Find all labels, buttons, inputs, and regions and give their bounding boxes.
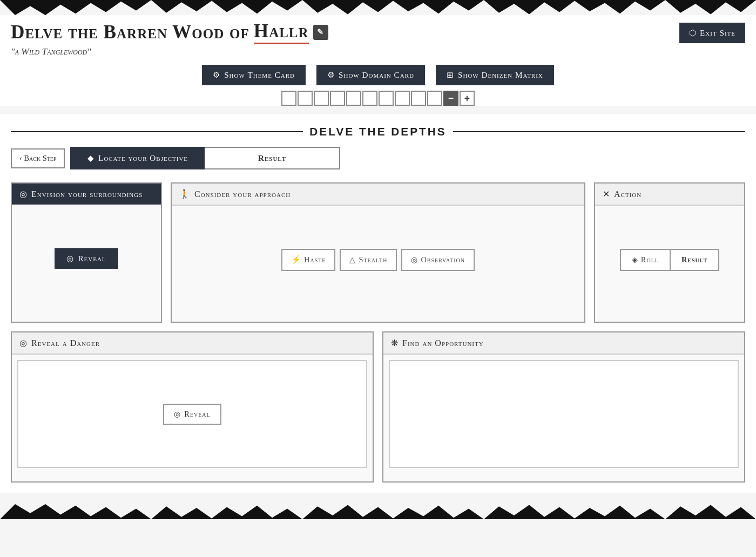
opportunity-card-body bbox=[389, 360, 739, 468]
show-domain-card-button[interactable]: ⚙ Show Domain Card bbox=[316, 65, 425, 85]
title-block: Delve the Barren Wood of Hallr ✎ "a Wild… bbox=[11, 21, 679, 57]
subtitle: "a Wild Tanglewood" bbox=[11, 46, 679, 57]
envision-card-body: ◎ Reveal bbox=[12, 205, 161, 313]
exit-site-button[interactable]: ⬡ Exit Site bbox=[679, 23, 745, 43]
danger-reveal-button[interactable]: ◎ Reveal bbox=[163, 404, 221, 425]
roll-icon: ◈ bbox=[632, 255, 638, 264]
opportunity-card-header: ❋ Find an Opportunity bbox=[383, 332, 744, 355]
exit-icon: ⬡ bbox=[689, 28, 697, 38]
bottom-drip-decoration bbox=[0, 504, 756, 519]
title-line-left bbox=[11, 131, 303, 132]
action-card: ✕ Action ◈ Roll Result bbox=[594, 182, 745, 323]
tab-active-icon: ◆ bbox=[87, 153, 94, 163]
approach-buttons: ⚡ Haste △ Stealth ◎ Observation bbox=[281, 249, 475, 271]
domain-icon: ⚙ bbox=[327, 70, 335, 80]
envision-card-header: ◎ Envision your surroundings bbox=[12, 184, 161, 205]
approach-card-body: ⚡ Haste △ Stealth ◎ Observation bbox=[172, 206, 584, 314]
haste-label: Haste bbox=[304, 255, 326, 264]
section-title: Delve the Depths bbox=[309, 125, 446, 138]
approach-card: 🚶 Consider your approach ⚡ Haste △ Steal… bbox=[171, 182, 585, 323]
progress-box-4 bbox=[330, 91, 345, 106]
approach-header-label: Consider your approach bbox=[194, 189, 291, 199]
tab-active-label: Locate your Objective bbox=[98, 153, 188, 163]
envision-header-icon: ◎ bbox=[19, 189, 28, 199]
action-card-body: ◈ Roll Result bbox=[595, 206, 744, 314]
opportunity-card: ❋ Find an Opportunity bbox=[382, 331, 745, 483]
haste-icon: ⚡ bbox=[291, 255, 301, 264]
top-cards-grid: ◎ Envision your surroundings ◎ Reveal 🚶 … bbox=[11, 182, 745, 323]
envision-header-label: Envision your surroundings bbox=[31, 189, 143, 199]
header-area: Delve the Barren Wood of Hallr ✎ "a Wild… bbox=[0, 15, 756, 106]
opportunity-header-label: Find an Opportunity bbox=[402, 338, 484, 348]
opportunity-header-icon: ❋ bbox=[391, 338, 399, 348]
danger-header-label: Reveal a Danger bbox=[31, 338, 100, 348]
approach-card-header: 🚶 Consider your approach bbox=[172, 184, 584, 206]
envision-reveal-button[interactable]: ◎ Reveal bbox=[55, 248, 118, 269]
denizen-icon: ⊞ bbox=[447, 70, 454, 80]
show-denizen-matrix-button[interactable]: ⊞ Show Denizen Matrix bbox=[436, 65, 554, 85]
action-header-label: Action bbox=[614, 189, 642, 199]
section-title-bar: Delve the Depths bbox=[11, 114, 745, 147]
title-highlight: Hallr bbox=[254, 21, 309, 44]
top-drip-decoration bbox=[0, 0, 756, 15]
show-theme-card-button[interactable]: ⚙ Show Theme Card bbox=[202, 65, 306, 85]
header-top: Delve the Barren Wood of Hallr ✎ "a Wild… bbox=[11, 21, 745, 57]
tab-group: ◆ Locate your Objective Result bbox=[70, 147, 340, 169]
main-title: Delve the Barren Wood of Hallr ✎ bbox=[11, 21, 679, 44]
action-result-button[interactable]: Result bbox=[671, 249, 719, 271]
exit-label: Exit Site bbox=[700, 28, 735, 38]
stealth-label: Stealth bbox=[359, 255, 387, 264]
action-header-icon: ✕ bbox=[603, 189, 610, 199]
progress-box-1 bbox=[281, 91, 296, 106]
progress-box-9 bbox=[411, 91, 426, 106]
progress-box-7 bbox=[379, 91, 394, 106]
stealth-icon: △ bbox=[349, 255, 356, 264]
danger-reveal-label: Reveal bbox=[184, 410, 210, 419]
action-roll-row: ◈ Roll Result bbox=[620, 249, 719, 271]
haste-button[interactable]: ⚡ Haste bbox=[281, 249, 335, 271]
tab-locate-objective[interactable]: ◆ Locate your Objective bbox=[70, 147, 205, 169]
progress-box-2 bbox=[298, 91, 313, 106]
title-line-right bbox=[453, 131, 745, 132]
danger-card-body: ◎ Reveal bbox=[17, 360, 367, 468]
approach-header-icon: 🚶 bbox=[179, 189, 191, 199]
bottom-cards-grid: ◎ Reveal a Danger ◎ Reveal ❋ Find an Opp… bbox=[11, 331, 745, 483]
domain-label: Show Domain Card bbox=[339, 70, 414, 80]
envision-reveal-icon: ◎ bbox=[66, 254, 74, 263]
denizen-label: Show Denizen Matrix bbox=[458, 70, 543, 80]
title-prefix: Delve the Barren Wood of bbox=[11, 22, 249, 43]
observation-button[interactable]: ◎ Observation bbox=[401, 249, 475, 271]
observation-icon: ◎ bbox=[411, 255, 418, 264]
danger-header-icon: ◎ bbox=[19, 338, 28, 348]
progress-minus-button[interactable]: − bbox=[443, 91, 458, 106]
roll-label: Roll bbox=[641, 255, 659, 264]
danger-card-header: ◎ Reveal a Danger bbox=[12, 332, 373, 355]
tab-result[interactable]: Result bbox=[205, 147, 340, 169]
danger-card: ◎ Reveal a Danger ◎ Reveal bbox=[11, 331, 374, 483]
progress-box-5 bbox=[346, 91, 361, 106]
danger-reveal-icon: ◎ bbox=[174, 410, 181, 419]
progress-box-6 bbox=[362, 91, 377, 106]
envision-card: ◎ Envision your surroundings ◎ Reveal bbox=[11, 182, 162, 323]
stealth-button[interactable]: △ Stealth bbox=[340, 249, 397, 271]
progress-box-10 bbox=[427, 91, 442, 106]
action-buttons-row: ⚙ Show Theme Card ⚙ Show Domain Card ⊞ S… bbox=[11, 65, 745, 85]
title-edit-icon[interactable]: ✎ bbox=[313, 25, 328, 40]
theme-label: Show Theme Card bbox=[224, 70, 295, 80]
theme-icon: ⚙ bbox=[213, 70, 220, 80]
back-step-button[interactable]: ‹ Back Step bbox=[11, 148, 65, 168]
progress-plus-button[interactable]: + bbox=[460, 91, 475, 106]
nav-row: ‹ Back Step ◆ Locate your Objective Resu… bbox=[11, 147, 745, 169]
progress-box-8 bbox=[395, 91, 410, 106]
progress-track: − + bbox=[11, 91, 745, 106]
main-content: Delve the Depths ‹ Back Step ◆ Locate yo… bbox=[0, 114, 756, 493]
action-card-header: ✕ Action bbox=[595, 184, 744, 206]
observation-label: Observation bbox=[421, 255, 465, 264]
envision-reveal-label: Reveal bbox=[78, 254, 106, 263]
roll-button[interactable]: ◈ Roll bbox=[620, 249, 671, 271]
progress-box-3 bbox=[314, 91, 329, 106]
